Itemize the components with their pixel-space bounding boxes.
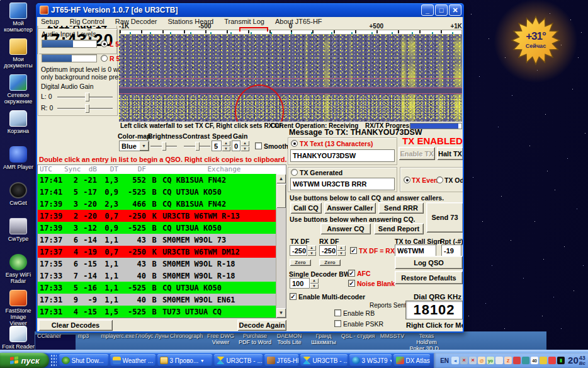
scroll-down-icon[interactable]: ▼ bbox=[276, 308, 286, 318]
desktop-icon-my-documents[interactable]: Мои документы bbox=[1, 38, 35, 74]
tx-text-input[interactable]: THANKYOU73DSW bbox=[290, 149, 395, 162]
dial-frequency-display[interactable]: 18102 bbox=[405, 301, 463, 319]
waterfall-display[interactable] bbox=[119, 35, 462, 122]
desktop-icon-label[interactable]: Free DWG Viewer bbox=[203, 333, 239, 345]
enable-rb-checkbox[interactable] bbox=[334, 309, 341, 316]
scroll-up-icon[interactable]: ▲ bbox=[276, 174, 286, 183]
start-button[interactable]: пуск bbox=[0, 353, 49, 368]
scrollbar-thumb[interactable] bbox=[276, 184, 286, 208]
speed-spinner[interactable]: 5 ▲▼ bbox=[212, 141, 230, 151]
desktop-icon-label[interactable]: Purchase PDF to Word bbox=[237, 333, 273, 345]
menu-rig-control[interactable]: Rig Control bbox=[70, 18, 105, 25]
taskbar-button-butterfly[interactable]: UR3CTB - ... bbox=[214, 354, 263, 367]
desktop-icon-recycle-bin[interactable]: Корзина bbox=[1, 110, 35, 146]
decode-row[interactable]: 17:314-151,5-525BTU73 UT3UA CQ bbox=[38, 306, 276, 318]
call-cq-button[interactable]: Call CQ bbox=[290, 202, 322, 214]
counter-40-icon[interactable]: 40 bbox=[531, 357, 538, 364]
decode-row[interactable]: 17:392-200,7-250KUR3CTB W6TWM R-13 bbox=[38, 210, 276, 222]
decode-row[interactable]: 17:376-141,143BSM0MEM W9OL 73 bbox=[38, 234, 276, 246]
flag-icon[interactable] bbox=[548, 357, 556, 364]
decode-row[interactable]: 17:337-141,140BSM0MEM W9OL R-18 bbox=[38, 270, 276, 282]
history-icon[interactable]: ◄ bbox=[451, 357, 459, 364]
desktop-icon-cwtype[interactable]: CwType bbox=[1, 218, 35, 253]
to-call-input[interactable]: W6TWM bbox=[395, 244, 436, 256]
taskbar-button-folder[interactable]: 3 Прово...▾ bbox=[157, 354, 212, 367]
network-error-icon[interactable]: ✕ bbox=[469, 357, 477, 364]
desktop-icon-my-computer[interactable]: Мой компьютер bbox=[1, 3, 35, 38]
chevron-down-icon[interactable]: ▼ bbox=[139, 141, 149, 151]
desktop-icon-label[interactable]: QSL - студия bbox=[341, 333, 376, 339]
close-icon[interactable]: ✕ bbox=[449, 4, 461, 16]
desktop-icon-label[interactable]: mplayerc.exe bbox=[100, 333, 135, 339]
enable-tx-button[interactable]: Enable TX bbox=[399, 147, 435, 160]
zonealarm-icon[interactable]: Z bbox=[504, 357, 512, 364]
gain-left-slider[interactable] bbox=[57, 96, 113, 98]
log-qso-button[interactable]: Log QSO bbox=[395, 256, 463, 269]
decoder-bw-spinner[interactable]: 100 ▲▼ bbox=[290, 278, 319, 289]
decode-row[interactable]: 17:319-91,140BSM0MEM W9OL EN61 bbox=[38, 294, 276, 306]
afc-checkbox[interactable]: ✓ bbox=[348, 270, 355, 277]
notes-icon[interactable] bbox=[495, 357, 503, 364]
rpt-input[interactable]: -19 bbox=[441, 244, 461, 256]
decode-list-scrollbar[interactable]: ▲ ▼ bbox=[276, 174, 286, 318]
taskbar-button-shutdown[interactable]: Shut Dow... bbox=[59, 354, 108, 367]
desktop-icon-label[interactable]: Глобус Луны bbox=[135, 333, 170, 339]
chart-icon[interactable] bbox=[540, 357, 547, 364]
tx-text-radio[interactable] bbox=[291, 140, 298, 147]
send-rrr-button[interactable]: Send RRR bbox=[378, 202, 424, 214]
decode-row[interactable]: 17:415-170,9-525BCQ UT3UA KO50 bbox=[38, 186, 276, 198]
desktop-icon-label[interactable]: Гранд Шахматы bbox=[306, 333, 341, 345]
smooth-checkbox[interactable] bbox=[255, 142, 262, 149]
zero-rx-df-button[interactable]: Zero bbox=[319, 259, 341, 266]
desktop-icon-easy-wifi-radar[interactable]: Easy WiFi Radar bbox=[1, 254, 35, 289]
decode-list[interactable]: UTCSyncdBDTDFExchange 17:412-211,3552BCQ… bbox=[37, 164, 286, 318]
send-report-button[interactable]: Send Report bbox=[374, 223, 424, 234]
decode-row[interactable]: 17:356-151,143BSM0MEM W9OL R-18 bbox=[38, 258, 276, 270]
taskbar-button-weather[interactable]: Weather ... bbox=[110, 354, 155, 367]
media-icon[interactable] bbox=[522, 357, 529, 364]
tx-df-spinner[interactable]: -250 ▲▼ bbox=[290, 245, 316, 256]
desktop-icon-cwget[interactable]: CwGet bbox=[1, 182, 35, 217]
desktop-icon-network-places[interactable]: Сетевое окружение bbox=[1, 74, 35, 110]
desktop-icon-label[interactable]: Texas Hold'em Poker 3D D... bbox=[409, 333, 444, 352]
wf-gain-spinner[interactable]: 0 ▲▼ bbox=[232, 141, 249, 151]
lang-tool-icon[interactable]: уо bbox=[487, 357, 494, 364]
desktop-icon-faststone[interactable]: FastStone Image Viewer bbox=[1, 290, 35, 325]
signal-meter-icon[interactable]: ▮ bbox=[557, 357, 565, 364]
language-indicator[interactable]: EN bbox=[439, 357, 450, 365]
tray-clock[interactable]: 20 43Вс bbox=[568, 355, 585, 366]
menu-setup[interactable]: Setup bbox=[41, 18, 59, 25]
network-offline-icon[interactable]: ✕ bbox=[460, 357, 468, 364]
tx-generated-radio[interactable] bbox=[291, 169, 298, 176]
enable-pskr-checkbox[interactable] bbox=[334, 320, 341, 327]
desktop-icon-label[interactable]: mp3 bbox=[66, 333, 101, 339]
decode-again-button[interactable]: Decode Again bbox=[237, 319, 286, 331]
noise-blank-checkbox[interactable]: ✓ bbox=[348, 280, 355, 287]
blocks-icon[interactable] bbox=[513, 357, 521, 364]
maximize-icon[interactable]: □ bbox=[435, 4, 448, 16]
df-link-checkbox[interactable]: ✓ bbox=[350, 247, 357, 254]
decode-row[interactable]: 17:393-120,9-525BCQ UT3UA KO50 bbox=[38, 222, 276, 234]
tx-generated-input[interactable]: W6TWM UR3CTB RRR bbox=[290, 178, 395, 190]
contrast-slider[interactable] bbox=[184, 146, 210, 147]
decode-row[interactable]: 17:374-190,7-250KUR3CTB W6TWM DM12 bbox=[38, 246, 276, 258]
audio-right-radio[interactable] bbox=[101, 55, 108, 62]
taskbar-button-globe[interactable]: 3 WSJT9▾ bbox=[349, 354, 392, 367]
decode-row[interactable]: 17:412-211,3552BCQ KB1SUA FN42 bbox=[38, 174, 276, 186]
tx-even-radio[interactable] bbox=[404, 176, 410, 183]
mail-at-icon[interactable]: @ bbox=[478, 357, 485, 364]
taskbar-button-map[interactable]: DX Atlas bbox=[393, 354, 430, 367]
answer-cq-button[interactable]: Answer CQ bbox=[320, 223, 371, 234]
colormap-select[interactable]: Blue ▼ bbox=[119, 141, 149, 151]
tx-odd-radio[interactable] bbox=[436, 176, 443, 183]
multi-decoder-checkbox[interactable]: ✓ bbox=[290, 293, 297, 300]
brightness-slider[interactable] bbox=[150, 146, 177, 147]
send-73-button[interactable]: Send 73 bbox=[426, 202, 463, 233]
chevron-down-icon[interactable]: ▾ bbox=[201, 358, 203, 364]
desktop-icon-label[interactable]: CCleaner bbox=[31, 333, 67, 339]
restore-defaults-button[interactable]: Restore Defaults bbox=[395, 271, 463, 284]
desktop-icon-label[interactable]: Chronograph bbox=[169, 333, 204, 339]
quick-launch-grip[interactable] bbox=[50, 354, 57, 367]
gain-right-slider[interactable] bbox=[57, 108, 113, 109]
decode-row[interactable]: 17:393-202,3466BCQ KB1SUA FN42 bbox=[38, 198, 276, 210]
